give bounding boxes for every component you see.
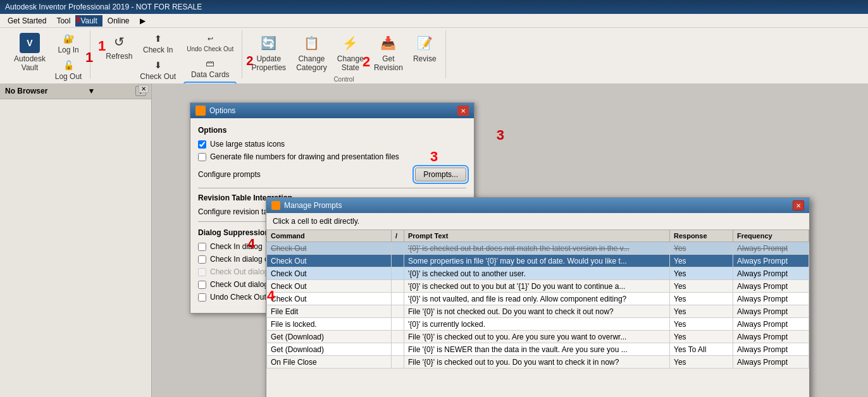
options-dialog-close[interactable]: ✕ — [457, 106, 469, 116]
cell-frequency[interactable]: Always Prompt — [733, 343, 809, 356]
cell-prompt[interactable]: '{0}' is checked out to another user. — [404, 267, 670, 280]
cell-command[interactable]: Get (Download) — [267, 343, 392, 356]
menu-online[interactable]: Online — [102, 15, 135, 27]
cell-command[interactable]: Get (Download) — [267, 331, 392, 343]
table-row[interactable]: Check Out'{0}' is checked out to another… — [267, 267, 809, 280]
cell-command[interactable]: File is locked. — [267, 318, 392, 331]
menu-get-started[interactable]: Get Started — [3, 15, 51, 27]
cell-command[interactable]: On File Close — [267, 356, 392, 369]
table-row[interactable]: Check Out'{0}' is checked out but does n… — [267, 242, 809, 255]
cell-prompt[interactable]: '{0}' is checked out to you but at '{1}'… — [404, 280, 670, 293]
cell-prompt[interactable]: File '{0}' is checked out to you. Are yo… — [404, 331, 670, 343]
cell-response[interactable]: Yes To All — [670, 343, 733, 356]
cell-response[interactable]: Yes — [670, 318, 733, 331]
menu-more[interactable]: ▶ — [135, 15, 151, 27]
cell-prompt[interactable]: '{0}' is currently locked. — [404, 318, 670, 331]
col-response: Response — [670, 230, 733, 242]
cell-response[interactable]: Yes — [670, 280, 733, 293]
manage-prompts-title: Manage Prompts — [284, 201, 342, 210]
cell-prompt[interactable]: Some properties in file '{0}' may be out… — [404, 255, 670, 267]
revise-button[interactable]: 📝 Revise — [409, 30, 440, 66]
check-in-file-checkbox[interactable] — [198, 255, 206, 264]
check-out-button[interactable]: ⬇ Check Out — [137, 57, 178, 82]
cell-response[interactable]: Yes — [670, 267, 733, 280]
cell-prompt[interactable]: File '{0}' is not checked out. Do you wa… — [404, 305, 670, 318]
control-label: Control — [333, 75, 354, 83]
cell-sep — [392, 318, 404, 331]
configure-prompts-label: Configure prompts — [198, 170, 261, 179]
file-numbers-checkbox[interactable] — [198, 153, 206, 161]
change-category-icon: 📋 — [301, 33, 321, 53]
cell-frequency[interactable]: Always Prompt — [733, 331, 809, 343]
cell-command[interactable]: Check Out — [267, 293, 392, 305]
manage-prompts-dialog: 4 Manage Prompts ✕ Click a cell to edit … — [266, 197, 810, 397]
cell-response[interactable]: Yes — [670, 293, 733, 305]
configure-prompts-row: Configure prompts Prompts... — [198, 168, 466, 181]
manage-prompts-close[interactable]: ✕ — [793, 200, 804, 211]
cell-frequency[interactable]: Always Prompt — [733, 280, 809, 293]
table-row[interactable]: Get (Download)File '{0}' is NEWER than t… — [267, 343, 809, 356]
undo-check-out-button[interactable]: ↩ Undo Check Out — [183, 30, 237, 54]
cell-sep — [392, 356, 404, 369]
log-in-icon: 🔐 — [61, 32, 75, 46]
check-in-dialog-checkbox[interactable] — [198, 243, 206, 251]
cell-frequency[interactable]: Always Prompt — [733, 293, 809, 305]
prompts-button[interactable]: Prompts... — [415, 168, 466, 181]
cell-command[interactable]: File Edit — [267, 305, 392, 318]
cell-command[interactable]: Check Out — [267, 280, 392, 293]
cell-prompt[interactable]: File '{0}' is NEWER than the data in the… — [404, 343, 670, 356]
cell-prompt[interactable]: '{0}' is not vaulted, and file is read o… — [404, 293, 670, 305]
sidebar-dropdown[interactable]: ▼ — [88, 87, 96, 95]
check-out-icon: ⬇ — [151, 58, 165, 72]
data-cards-button[interactable]: 🗃 Data Cards — [183, 55, 237, 80]
check-out-file-checkbox[interactable] — [198, 281, 206, 289]
col-command: Command — [267, 230, 392, 242]
table-row[interactable]: File EditFile '{0}' is not checked out. … — [267, 305, 809, 318]
table-row[interactable]: On File CloseFile '{0}' is checked out t… — [267, 356, 809, 369]
cell-response[interactable]: Yes — [670, 255, 733, 267]
sidebar-close-btn[interactable]: ✕ — [139, 85, 149, 93]
update-properties-button[interactable]: 🔄 UpdateProperties — [247, 30, 290, 75]
cell-command[interactable]: Check Out — [267, 242, 392, 255]
cell-frequency[interactable]: Always Prompt — [733, 356, 809, 369]
cell-frequency[interactable]: Always Prompt — [733, 318, 809, 331]
refresh-button[interactable]: ↺ Refresh — [103, 30, 135, 62]
update-properties-icon: 🔄 — [259, 33, 279, 53]
cell-frequency[interactable]: Always Prompt — [733, 305, 809, 318]
step-3-badge: 3 — [497, 127, 504, 144]
cell-command[interactable]: Check Out — [267, 267, 392, 280]
undo-check-out-icon: ↩ — [203, 32, 217, 46]
get-revision-button[interactable]: 📥 GetRevision — [370, 30, 407, 75]
file-numbers-label: Generate file numbers for drawing and pr… — [210, 152, 399, 161]
table-row[interactable]: File is locked.'{0}' is currently locked… — [267, 318, 809, 331]
cell-frequency[interactable]: Always Prompt — [733, 267, 809, 280]
log-out-button[interactable]: 🔓 Log Out — [52, 57, 85, 82]
cell-frequency[interactable]: Always Prompt — [733, 255, 809, 267]
log-in-button[interactable]: 🔐 Log In — [52, 30, 85, 56]
change-category-button[interactable]: 📋 ChangeCategory — [292, 30, 331, 75]
cell-prompt[interactable]: File '{0}' is checked out to you. Do you… — [404, 356, 670, 369]
cell-response[interactable]: Yes — [670, 356, 733, 369]
cell-frequency[interactable]: Always Prompt — [733, 242, 809, 255]
col-frequency: Frequency — [733, 230, 809, 242]
table-row[interactable]: Check Out'{0}' is checked out to you but… — [267, 280, 809, 293]
cell-response[interactable]: Yes — [670, 305, 733, 318]
undo-check-out-checkbox[interactable] — [198, 293, 206, 302]
cell-response[interactable]: Yes — [670, 331, 733, 343]
large-icons-checkbox[interactable] — [198, 140, 206, 149]
table-row[interactable]: Check OutSome properties in file '{0}' m… — [267, 255, 809, 267]
table-row[interactable]: Check Out'{0}' is not vaulted, and file … — [267, 293, 809, 305]
autodesk-vault-button[interactable]: V AutodeskVault — [10, 30, 49, 75]
cell-sep — [392, 255, 404, 267]
check-in-button[interactable]: ⬆ Check In — [137, 30, 178, 56]
menu-tools[interactable]: Tools — [51, 15, 75, 27]
table-row[interactable]: Get (Download)File '{0}' is checked out … — [267, 331, 809, 343]
large-icons-checkbox-row: Use large status icons — [198, 140, 466, 149]
cell-command[interactable]: Check Out — [267, 255, 392, 267]
log-out-icon: 🔓 — [61, 58, 75, 72]
cell-response[interactable]: Yes — [670, 242, 733, 255]
file-numbers-checkbox-row: Generate file numbers for drawing and pr… — [198, 152, 466, 161]
cell-prompt[interactable]: '{0}' is checked out but does not match … — [404, 242, 670, 255]
manage-table-header: Command / Prompt Text Response Frequency — [267, 230, 809, 242]
col-prompt: Prompt Text — [404, 230, 670, 242]
